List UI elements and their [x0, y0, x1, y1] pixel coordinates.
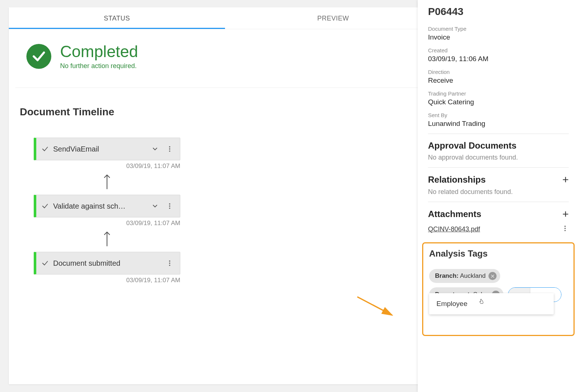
timeline-item[interactable]: SendViaEmail [34, 138, 180, 160]
add-attachment-button[interactable]: + [562, 209, 569, 220]
kebab-menu[interactable] [165, 145, 175, 153]
svg-point-3 [169, 204, 170, 205]
tab-status[interactable]: STATUS [9, 7, 225, 29]
tag-suggestion-item[interactable]: Employee [429, 293, 554, 314]
section-empty-text: No related documents found. [428, 188, 569, 196]
section-heading: Attachments [428, 209, 481, 219]
chevron-down-icon[interactable] [150, 202, 160, 210]
timeline-item-wrap: Validate against sch… 03/09/19, 11:07 AM [34, 195, 180, 227]
status-subtitle: No further action required. [60, 62, 138, 70]
kebab-menu[interactable] [165, 202, 175, 210]
details-sidebar: i P06443 Document Type Invoice Created 0… [418, 0, 579, 392]
up-arrow-icon [34, 230, 180, 249]
chevron-down-icon[interactable] [150, 145, 160, 153]
svg-point-1 [169, 148, 170, 149]
field-label: Direction [428, 69, 569, 75]
analysis-tags-section: Analysis Tags Branch: Auckland ✕ Departm… [422, 242, 575, 336]
status-success-icon [26, 44, 51, 69]
svg-point-5 [169, 208, 170, 209]
section-heading: Approval Documents [428, 141, 516, 151]
field-sent-by: Sent By Lunarwind Trading [428, 112, 569, 128]
comments-tab[interactable] [418, 20, 418, 38]
section-heading: Relationships [428, 175, 486, 185]
document-id: P06443 [428, 6, 569, 18]
svg-point-8 [169, 265, 170, 266]
svg-point-2 [169, 150, 170, 152]
field-trading-partner: Trading Partner Quick Catering [428, 90, 569, 106]
field-label: Document Type [428, 26, 569, 32]
timeline-heading: Document Timeline [20, 106, 430, 118]
check-icon [41, 202, 49, 210]
section-heading: Analysis Tags [429, 249, 568, 259]
tag-chip: Branch: Auckland ✕ [429, 269, 500, 283]
timeline-item-label: Validate against sch… [53, 202, 145, 210]
field-value: Lunarwind Trading [428, 120, 569, 128]
svg-point-11 [564, 230, 565, 231]
tag-value: Auckland [460, 272, 486, 280]
field-value: Quick Catering [428, 98, 569, 106]
timeline-section: Document Timeline SendViaEmail 03/09/19,… [9, 88, 441, 302]
up-arrow-icon [34, 173, 180, 192]
check-icon [41, 260, 49, 267]
relationships-section: Relationships + No related documents fou… [428, 167, 569, 202]
kebab-menu[interactable] [165, 260, 175, 267]
add-relationship-button[interactable]: + [562, 174, 569, 185]
svg-point-4 [169, 205, 170, 206]
timeline-item-label: SendViaEmail [53, 145, 145, 153]
info-tab[interactable]: i [418, 3, 418, 20]
timeline-item-wrap: SendViaEmail 03/09/19, 11:07 AM [34, 138, 180, 170]
check-icon [41, 145, 49, 153]
status-block: Completed No further action required. [15, 29, 435, 88]
svg-point-10 [564, 228, 565, 229]
status-title: Completed [60, 42, 138, 61]
tabs: STATUS PREVIEW [9, 7, 441, 29]
field-document-type: Document Type Invoice [428, 26, 569, 41]
timeline-timestamp: 03/09/19, 11:07 AM [34, 163, 180, 170]
svg-point-7 [169, 262, 170, 264]
field-label: Trading Partner [428, 90, 569, 97]
attachment-link[interactable]: QCINV-80643.pdf [428, 225, 480, 233]
timeline-item[interactable]: Document submitted [34, 252, 180, 275]
field-value: Receive [428, 76, 569, 85]
svg-point-9 [564, 226, 565, 227]
timeline-timestamp: 03/09/19, 11:07 AM [34, 220, 180, 227]
field-value: 03/09/19, 11:06 AM [428, 55, 569, 63]
section-empty-text: No approval documents found. [428, 154, 569, 161]
timeline-item-wrap: Document submitted 03/09/19, 11:07 AM [34, 252, 180, 284]
tab-preview[interactable]: PREVIEW [225, 7, 441, 29]
field-direction: Direction Receive [428, 69, 569, 85]
approval-section: Approval Documents No approval documents… [428, 134, 569, 167]
field-value: Invoice [428, 33, 569, 41]
svg-point-0 [169, 146, 170, 148]
attachment-menu[interactable] [561, 225, 569, 234]
timeline-item-label: Document submitted [53, 259, 160, 268]
remove-tag-icon[interactable]: ✕ [488, 272, 497, 280]
field-label: Sent By [428, 112, 569, 118]
timeline-item[interactable]: Validate against sch… [34, 195, 180, 217]
main-status-card: STATUS PREVIEW Completed No further acti… [9, 7, 441, 384]
timeline-timestamp: 03/09/19, 11:07 AM [34, 277, 180, 284]
svg-point-6 [169, 261, 170, 262]
attachments-section: Attachments + QCINV-80643.pdf [428, 202, 569, 239]
field-created: Created 03/09/19, 11:06 AM [428, 47, 569, 63]
tag-key: Branch: [435, 272, 458, 280]
tag-suggestion-dropdown: Employee [429, 293, 554, 314]
field-label: Created [428, 47, 569, 53]
